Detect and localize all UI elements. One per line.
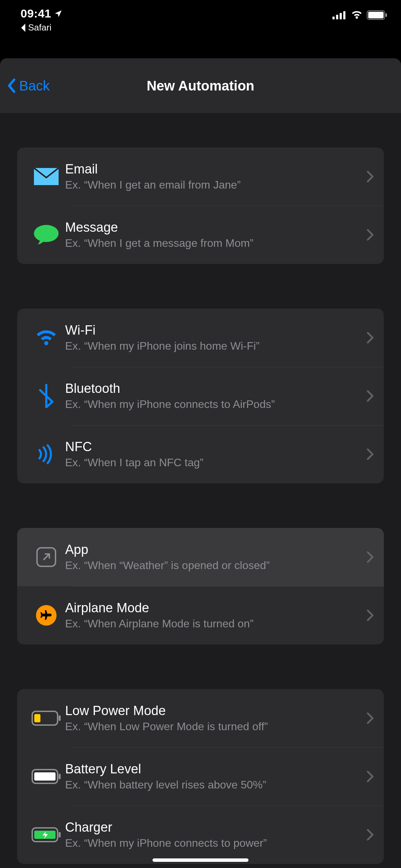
row-subtitle: Ex. “When I tap an NFC tag”: [65, 456, 360, 469]
chevron-right-icon: [367, 712, 374, 724]
trigger-group-battery: Low Power Mode Ex. “When Low Power Mode …: [17, 689, 384, 864]
row-title: App: [65, 542, 360, 557]
row-title: Airplane Mode: [65, 601, 360, 615]
location-icon: [54, 9, 63, 18]
svg-rect-19: [59, 832, 61, 837]
back-to-app-button[interactable]: Safari: [21, 22, 63, 33]
cellular-icon: [332, 11, 347, 20]
row-title: Bluetooth: [65, 381, 360, 396]
row-title: Email: [65, 162, 360, 177]
back-triangle-icon: [21, 24, 27, 32]
row-subtitle: Ex. “When Low Power Mode is turned off”: [65, 720, 360, 733]
row-subtitle: Ex. “When I get an email from Jane”: [65, 179, 360, 191]
row-subtitle: Ex. “When “Weather” is opened or closed”: [65, 559, 360, 572]
row-subtitle: Ex. “When battery level rises above 50%”: [65, 779, 360, 791]
chevron-right-icon: [367, 829, 374, 841]
page-title: New Automation: [0, 78, 401, 94]
message-icon: [34, 225, 59, 245]
airplane-icon: [36, 605, 57, 626]
row-subtitle: Ex. “When my iPhone joins home Wi-Fi”: [65, 340, 360, 352]
content-scroll[interactable]: Email Ex. “When I get an email from Jane…: [0, 113, 401, 868]
app-icon: [36, 547, 56, 567]
trigger-row-nfc[interactable]: NFC Ex. “When I tap an NFC tag”: [17, 425, 384, 483]
trigger-row-airplane-mode[interactable]: Airplane Mode Ex. “When Airplane Mode is…: [17, 586, 384, 644]
charger-icon: [32, 827, 61, 842]
row-title: Wi-Fi: [65, 323, 360, 338]
nfc-icon: [36, 444, 57, 465]
trigger-row-low-power-mode[interactable]: Low Power Mode Ex. “When Low Power Mode …: [17, 689, 384, 747]
row-subtitle: Ex. “When my iPhone connects to AirPods”: [65, 398, 360, 411]
svg-rect-15: [34, 772, 56, 781]
chevron-right-icon: [367, 551, 374, 563]
row-subtitle: Ex. “When Airplane Mode is turned on”: [65, 617, 360, 630]
svg-rect-12: [34, 714, 40, 722]
chevron-right-icon: [367, 390, 374, 402]
trigger-group-connectivity: Wi-Fi Ex. “When my iPhone joins home Wi-…: [17, 309, 384, 483]
row-title: Low Power Mode: [65, 703, 360, 718]
row-title: Message: [65, 220, 360, 235]
svg-rect-5: [368, 12, 384, 18]
back-button[interactable]: Back: [0, 78, 50, 94]
home-indicator[interactable]: [153, 858, 248, 862]
bluetooth-icon: [39, 384, 54, 408]
navigation-bar: Back New Automation: [0, 58, 401, 113]
wifi-icon: [35, 329, 58, 347]
trigger-group-settings: App Ex. “When “Weather” is opened or clo…: [17, 528, 384, 644]
trigger-row-charger[interactable]: Charger Ex. “When my iPhone connects to …: [17, 806, 384, 864]
modal-sheet: Back New Automation Email Ex. “When I ge…: [0, 58, 401, 868]
low-power-icon: [32, 711, 61, 726]
chevron-right-icon: [367, 332, 374, 343]
chevron-right-icon: [367, 229, 374, 241]
chevron-right-icon: [367, 610, 374, 621]
svg-rect-1: [336, 15, 338, 20]
svg-rect-0: [332, 16, 335, 19]
trigger-row-email[interactable]: Email Ex. “When I get an email from Jane…: [17, 147, 384, 206]
svg-rect-6: [386, 13, 387, 17]
trigger-group-communication: Email Ex. “When I get an email from Jane…: [17, 147, 384, 264]
status-bar: 09:41 Safari: [0, 0, 401, 48]
trigger-row-app[interactable]: App Ex. “When “Weather” is opened or clo…: [17, 528, 384, 586]
trigger-row-bluetooth[interactable]: Bluetooth Ex. “When my iPhone connects t…: [17, 367, 384, 425]
battery-icon: [367, 10, 387, 20]
svg-rect-13: [59, 715, 61, 721]
chevron-right-icon: [367, 171, 374, 182]
trigger-row-wifi[interactable]: Wi-Fi Ex. “When my iPhone joins home Wi-…: [17, 309, 384, 367]
row-subtitle: Ex. “When my iPhone connects to power”: [65, 837, 360, 849]
trigger-row-battery-level[interactable]: Battery Level Ex. “When battery level ri…: [17, 747, 384, 806]
email-icon: [34, 168, 59, 185]
trigger-row-message[interactable]: Message Ex. “When I get a message from M…: [17, 206, 384, 264]
svg-rect-16: [59, 774, 61, 779]
wifi-status-icon: [350, 11, 363, 20]
status-time: 09:41: [21, 7, 63, 20]
row-title: NFC: [65, 439, 360, 454]
svg-rect-2: [340, 13, 342, 20]
svg-point-8: [34, 225, 59, 242]
row-title: Battery Level: [65, 762, 360, 776]
svg-rect-3: [343, 11, 345, 19]
chevron-left-icon: [7, 78, 16, 93]
row-title: Charger: [65, 820, 360, 835]
chevron-right-icon: [367, 448, 374, 460]
row-subtitle: Ex. “When I get a message from Mom”: [65, 237, 360, 250]
chevron-right-icon: [367, 771, 374, 782]
battery-level-icon: [32, 769, 61, 784]
